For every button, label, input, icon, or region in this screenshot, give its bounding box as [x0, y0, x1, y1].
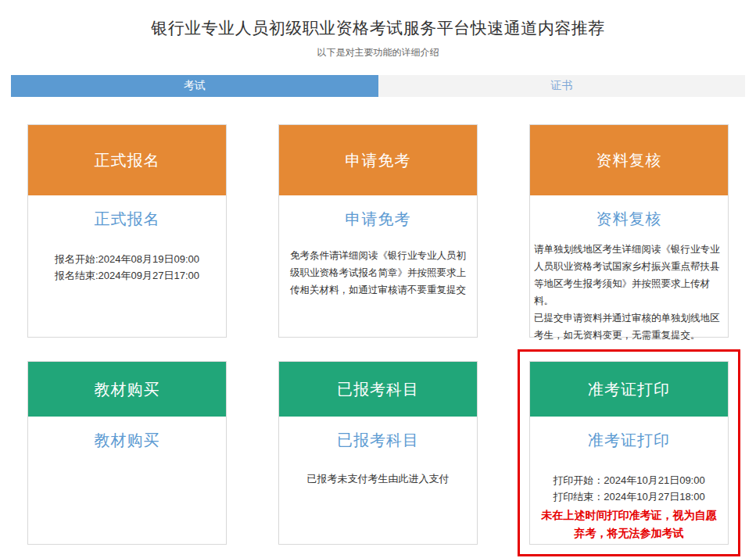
page-title: 银行业专业人员初级职业资格考试服务平台快速通道内容推荐 [0, 0, 756, 39]
exemption-application-body: 申请免考 免考条件请详细阅读《银行业专业人员初级职业资格考试报名简章》并按照要求… [279, 195, 477, 299]
official-registration-body: 正式报名 报名开始:2024年08月19日09:00 报名结束:2024年09月… [28, 195, 226, 284]
registration-start-date: 报名开始:2024年08月19日09:00 [28, 251, 226, 267]
tab-certificate[interactable]: 证书 [378, 75, 746, 97]
print-deadline-warning: 未在上述时间打印准考证，视为自愿弃考，将无法参加考试 [530, 506, 728, 542]
registered-subjects-link[interactable]: 已报考科目 [337, 430, 419, 451]
registration-end-date: 报名结束:2024年09月27日17:00 [28, 267, 226, 284]
textbook-purchase-body: 教材购买 [28, 417, 226, 451]
textbook-purchase-header: 教材购买 [28, 362, 226, 417]
material-review-header: 资料复核 [530, 125, 728, 195]
print-dates: 打印开始：2024年10月21日09:00 打印结束：2024年10月27日18… [530, 472, 728, 505]
material-review-link[interactable]: 资料复核 [597, 209, 662, 230]
material-review-instruction-2: 已提交申请资料并通过审核的单独划线地区考生，如无资料变更，无需重复提交。 [534, 309, 724, 344]
card-registered-subjects: 已报考科目 已报考科目 已报考未支付考生由此进入支付 [278, 361, 478, 545]
textbook-purchase-link[interactable]: 教材购买 [95, 430, 160, 451]
admission-ticket-print-header: 准考证打印 [530, 362, 728, 417]
quick-access-page: 银行业专业人员初级职业资格考试服务平台快速通道内容推荐 以下是对主要功能的详细介… [0, 0, 756, 545]
card-material-review: 资料复核 资料复核 请单独划线地区考生详细阅读《银行业专业人员职业资格考试国家乡… [529, 124, 729, 338]
print-start-date: 打印开始：2024年10月21日09:00 [530, 472, 728, 488]
registered-subjects-header: 已报考科目 [279, 362, 477, 417]
cards-grid: 正式报名 正式报名 报名开始:2024年08月19日09:00 报名结束:202… [0, 124, 756, 545]
payment-note: 已报考未支付考生由此进入支付 [279, 472, 477, 486]
card-textbook-purchase: 教材购买 教材购买 [27, 361, 227, 545]
admission-ticket-print-body: 准考证打印 打印开始：2024年10月21日09:00 打印结束：2024年10… [530, 417, 728, 542]
page-subtitle: 以下是对主要功能的详细介绍 [0, 46, 756, 59]
tab-exam[interactable]: 考试 [11, 75, 378, 97]
exemption-instructions: 免考条件请详细阅读《银行业专业人员初级职业资格考试报名简章》并按照要求上传相关材… [279, 247, 477, 299]
card-official-registration: 正式报名 正式报名 报名开始:2024年08月19日09:00 报名结束:202… [27, 124, 227, 338]
print-end-date: 打印结束：2024年10月27日18:00 [530, 488, 728, 505]
card-admission-ticket-print: 准考证打印 准考证打印 打印开始：2024年10月21日09:00 打印结束：2… [529, 361, 729, 545]
tab-bar: 考试 证书 [11, 75, 745, 97]
material-review-instruction-1: 请单独划线地区考生详细阅读《银行业专业人员职业资格考试国家乡村振兴重点帮扶县等地… [534, 241, 724, 309]
material-review-body: 资料复核 请单独划线地区考生详细阅读《银行业专业人员职业资格考试国家乡村振兴重点… [530, 195, 728, 344]
material-review-instructions: 请单独划线地区考生详细阅读《银行业专业人员职业资格考试国家乡村振兴重点帮扶县等地… [530, 241, 728, 344]
official-registration-header: 正式报名 [28, 125, 226, 195]
card-exemption-application: 申请免考 申请免考 免考条件请详细阅读《银行业专业人员初级职业资格考试报名简章》… [278, 124, 478, 338]
registered-subjects-body: 已报考科目 已报考未支付考生由此进入支付 [279, 417, 477, 486]
official-registration-link[interactable]: 正式报名 [95, 209, 160, 230]
exemption-application-link[interactable]: 申请免考 [346, 209, 411, 230]
exemption-application-header: 申请免考 [279, 125, 477, 195]
registration-dates: 报名开始:2024年08月19日09:00 报名结束:2024年09月27日17… [28, 251, 226, 284]
admission-ticket-print-link[interactable]: 准考证打印 [588, 430, 670, 451]
